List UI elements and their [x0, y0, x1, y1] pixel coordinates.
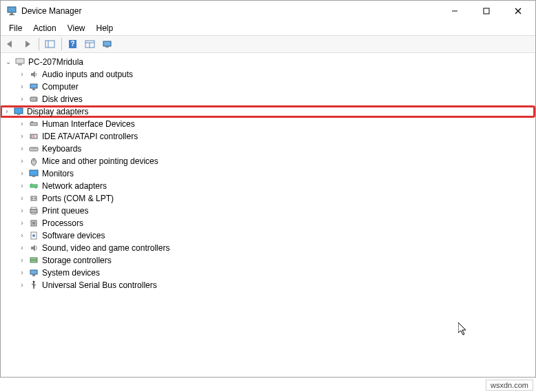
scan-hardware-button[interactable] [99, 37, 116, 52]
menu-help[interactable]: Help [91, 22, 119, 34]
tree-item-network[interactable]: › Network adapters [2, 180, 535, 192]
tree-item-label: Ports (COM & LPT) [42, 192, 114, 205]
tree-item-label: Network adapters [42, 180, 107, 192]
tree-item-hid[interactable]: › Human Interface Devices [2, 118, 535, 130]
svg-rect-7 [45, 41, 54, 48]
svg-rect-4 [484, 8, 489, 14]
tree-root-label: PC-207Mridula [28, 56, 83, 68]
chevron-right-icon[interactable]: › [17, 68, 27, 81]
tree-item-disk-drives[interactable]: › Disk drives [2, 93, 535, 105]
tree-item-label: Disk drives [42, 93, 83, 105]
cpu-icon [28, 218, 39, 229]
window-controls [439, 1, 534, 21]
minimize-button[interactable] [439, 1, 471, 21]
svg-rect-0 [8, 7, 16, 12]
svg-rect-25 [31, 121, 33, 123]
menu-bar: File Action View Help [1, 21, 535, 35]
chevron-right-icon[interactable]: › [17, 155, 27, 167]
maximize-button[interactable] [471, 1, 502, 21]
svg-rect-49 [30, 260, 37, 262]
device-tree[interactable]: ⌄ PC-207Mridula › Audio inputs and outpu… [1, 53, 535, 377]
menu-file[interactable]: File [3, 22, 28, 34]
keyboard-icon [28, 143, 39, 154]
back-button[interactable] [2, 37, 19, 52]
svg-rect-18 [30, 84, 37, 88]
chevron-right-icon[interactable]: › [17, 118, 27, 130]
system-icon [28, 267, 39, 278]
svg-rect-42 [30, 209, 37, 213]
tree-item-usb[interactable]: › Universal Serial Bus controllers [2, 279, 535, 291]
chevron-right-icon[interactable]: › [17, 192, 27, 205]
tree-item-storage[interactable]: › Storage controllers [2, 254, 535, 267]
svg-rect-48 [30, 258, 37, 260]
tree-item-mice[interactable]: › Mice and other pointing devices [2, 155, 535, 167]
menu-view[interactable]: View [62, 22, 91, 34]
chevron-right-icon[interactable]: › [17, 167, 27, 180]
chevron-right-icon[interactable]: › [17, 254, 27, 267]
tree-item-print-queues[interactable]: › Print queues [2, 205, 535, 217]
svg-rect-28 [33, 135, 34, 138]
chevron-down-icon[interactable]: ⌄ [3, 56, 13, 68]
chevron-right-icon[interactable]: › [17, 217, 27, 229]
tree-item-system-devices[interactable]: › System devices [2, 267, 535, 279]
monitor-icon [28, 168, 39, 179]
computer-icon [28, 81, 39, 92]
tree-item-label: Audio inputs and outputs [42, 68, 133, 81]
usb-icon [28, 280, 39, 291]
watermark: wsxdn.com [486, 380, 533, 391]
tree-item-label: Display adapters [27, 105, 88, 118]
toolbar-separator [39, 38, 39, 50]
chevron-right-icon[interactable]: › [17, 180, 27, 192]
chevron-right-icon[interactable]: › [17, 130, 27, 143]
svg-rect-43 [32, 213, 36, 214]
tree-item-label: Processors [42, 217, 83, 229]
tree-item-label: Universal Serial Bus controllers [42, 279, 157, 291]
tree-item-ide[interactable]: › IDE ATA/ATAPI controllers [2, 130, 535, 143]
tree-item-display-adapters[interactable]: › Display adapters [1, 105, 535, 118]
svg-rect-1 [10, 12, 13, 14]
tree-item-label: Storage controllers [42, 254, 112, 267]
tree-item-monitors[interactable]: › Monitors [2, 167, 535, 180]
svg-rect-19 [32, 88, 35, 90]
help-button[interactable]: ? [65, 37, 81, 52]
software-icon [28, 230, 39, 241]
ide-icon [28, 131, 39, 142]
chevron-right-icon[interactable]: › [17, 143, 27, 155]
tree-item-label: Monitors [42, 167, 74, 180]
svg-text:?: ? [70, 40, 74, 48]
chevron-right-icon[interactable]: › [17, 279, 27, 291]
show-hide-tree-button[interactable] [42, 37, 59, 52]
display-icon [13, 106, 24, 117]
tree-item-computer[interactable]: › Computer [2, 81, 535, 93]
svg-rect-16 [16, 59, 24, 63]
chevron-right-icon[interactable]: › [17, 242, 27, 254]
close-button[interactable] [502, 1, 534, 21]
chevron-right-icon[interactable]: › [17, 267, 27, 279]
tree-item-label: Keyboards [42, 143, 81, 155]
chevron-right-icon[interactable]: › [17, 205, 27, 217]
chevron-right-icon[interactable]: › [17, 229, 27, 242]
chevron-right-icon[interactable]: › [2, 105, 12, 118]
menu-action[interactable]: Action [28, 22, 61, 34]
forward-button[interactable] [19, 37, 36, 52]
svg-rect-51 [32, 274, 35, 276]
ports-icon [28, 193, 39, 204]
tree-item-label: Computer [42, 81, 79, 93]
svg-rect-45 [32, 222, 35, 225]
tree-item-audio[interactable]: › Audio inputs and outputs [2, 68, 535, 81]
svg-rect-27 [31, 135, 32, 138]
svg-point-21 [35, 99, 37, 100]
tree-item-keyboards[interactable]: › Keyboards [2, 143, 535, 155]
svg-rect-14 [103, 41, 111, 46]
computer-icon [14, 56, 25, 68]
chevron-right-icon[interactable]: › [17, 93, 27, 105]
chevron-right-icon[interactable]: › [17, 81, 27, 93]
tree-item-ports[interactable]: › Ports (COM & LPT) [2, 192, 535, 205]
tree-root[interactable]: ⌄ PC-207Mridula [2, 56, 535, 68]
disk-icon [28, 94, 39, 105]
tree-item-sound[interactable]: › Sound, video and game controllers [2, 242, 535, 254]
properties-button[interactable] [82, 37, 99, 52]
tree-item-software-devices[interactable]: › Software devices [2, 229, 535, 242]
svg-rect-22 [14, 108, 23, 114]
tree-item-processors[interactable]: › Processors [2, 217, 535, 229]
